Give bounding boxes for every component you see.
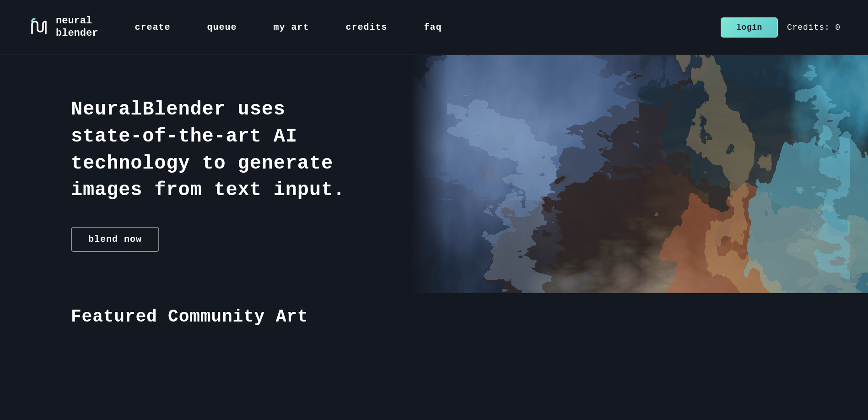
nav-credits[interactable]: credits [345,22,387,33]
logo-text: neural blender [56,15,98,39]
hero-image [410,55,868,293]
hero-fluid-art [410,55,868,293]
site-header: neural blender create queue my art credi… [0,0,868,55]
credits-display: Credits: 0 [787,23,841,32]
login-button[interactable]: login [721,17,778,38]
hero-title: NeuralBlender uses state-of-the-art AI t… [71,96,364,204]
nav-faq[interactable]: faq [424,22,442,33]
main-nav: create queue my art credits faq [135,22,721,33]
hero-section: NeuralBlender uses state-of-the-art AI t… [0,55,868,293]
nav-my-art[interactable]: my art [273,22,309,33]
nav-queue[interactable]: queue [207,22,237,33]
bottom-section: Featured Community Art [0,293,868,420]
logo-icon [27,16,50,39]
blend-now-button[interactable]: blend now [71,227,159,252]
hero-content: NeuralBlender uses state-of-the-art AI t… [71,96,364,252]
header-right: login Credits: 0 [721,17,841,38]
featured-community-art-title: Featured Community Art [71,307,797,327]
logo-link[interactable]: neural blender [27,15,98,39]
nav-create[interactable]: create [135,22,170,33]
svg-rect-9 [410,55,868,293]
